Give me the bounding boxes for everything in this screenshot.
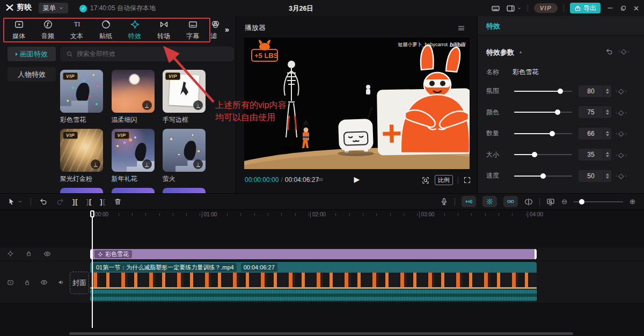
- effect-thumbnail[interactable]: ↓: [112, 70, 155, 113]
- project-title[interactable]: 3月26日: [289, 4, 313, 13]
- split-button[interactable]: ][: [72, 198, 78, 206]
- auto-preview-toggle[interactable]: [482, 196, 497, 207]
- effect-category[interactable]: 画面特效: [8, 47, 56, 61]
- player-menu-icon[interactable]: [457, 23, 465, 33]
- step-down-icon[interactable]: [606, 92, 609, 94]
- preview-axis-button[interactable]: [524, 198, 533, 206]
- close-button[interactable]: [633, 5, 640, 12]
- reset-params-icon[interactable]: [605, 47, 613, 56]
- param-keyframe-control[interactable]: ‹◇›: [616, 129, 627, 137]
- effect-card[interactable]: VIP ↓ 新年礼花: [112, 129, 155, 188]
- tab-filter[interactable]: 滤: [207, 18, 221, 42]
- menu-button[interactable]: 菜单: [39, 3, 68, 13]
- layout-switch-button[interactable]: [506, 4, 522, 13]
- effect-card[interactable]: ↓ 萤火: [163, 129, 206, 188]
- tab-effects[interactable]: 特效: [120, 18, 149, 42]
- download-icon[interactable]: ↓: [142, 100, 152, 110]
- param-stepper[interactable]: [603, 85, 611, 97]
- horizontal-scrollbar[interactable]: [69, 332, 573, 335]
- param-slider[interactable]: [514, 109, 572, 115]
- effect-card-partial[interactable]: [112, 188, 155, 193]
- split-delete-right-button[interactable]: ][: [100, 198, 106, 206]
- section-keyframe-control[interactable]: ‹◇›: [618, 47, 630, 55]
- download-icon[interactable]: ↓: [193, 100, 203, 110]
- zoom-in-button[interactable]: ⊕: [630, 198, 635, 206]
- effect-thumbnail[interactable]: ↓: [163, 129, 206, 172]
- step-up-icon[interactable]: [606, 152, 609, 154]
- param-value[interactable]: 66: [579, 128, 603, 140]
- effect-card[interactable]: VIP ↓ 聚光灯金粉: [60, 129, 103, 188]
- link-toggle[interactable]: [503, 196, 518, 207]
- fit-timeline-button[interactable]: [546, 198, 555, 206]
- tab-media[interactable]: 媒体: [4, 18, 33, 42]
- step-up-icon[interactable]: [606, 109, 609, 112]
- param-value[interactable]: 80: [579, 85, 603, 97]
- param-keyframe-control[interactable]: ‹◇›: [616, 108, 627, 116]
- video-clip[interactable]: 01第一节：为什么减脂塑形一定要练力量训练？.mp4 00:04:06:27: [90, 262, 537, 302]
- param-value[interactable]: 75: [579, 106, 603, 118]
- shortcut-keyboard-icon[interactable]: [491, 4, 500, 13]
- effect-clip[interactable]: 彩色雪花: [90, 249, 537, 259]
- tab-transition[interactable]: 转场: [149, 18, 178, 42]
- slider-thumb[interactable]: [558, 89, 563, 94]
- player-video-canvas[interactable]: 短腿小萝卜_babycarrotbilibili +5L: [244, 38, 470, 169]
- magnet-snap-toggle[interactable]: [462, 196, 476, 207]
- step-down-icon[interactable]: [606, 113, 609, 115]
- undo-button[interactable]: [39, 198, 48, 206]
- tab-effect-settings[interactable]: 特效: [486, 21, 500, 31]
- effect-card-partial[interactable]: [163, 188, 206, 193]
- section-title[interactable]: 特效参数: [486, 48, 514, 57]
- split-delete-left-button[interactable]: ][: [86, 198, 92, 206]
- effect-card[interactable]: ↓ 温柔细闪: [112, 70, 155, 129]
- download-icon[interactable]: ↓: [142, 159, 152, 169]
- effect-card-partial[interactable]: [60, 188, 103, 193]
- delete-button[interactable]: [114, 198, 122, 206]
- param-keyframe-control[interactable]: ‹◇›: [616, 87, 627, 95]
- download-icon[interactable]: ↓: [91, 159, 100, 169]
- fullscreen-icon[interactable]: [463, 176, 471, 184]
- step-up-icon[interactable]: [606, 89, 609, 91]
- step-up-icon[interactable]: [606, 173, 609, 176]
- param-slider[interactable]: [514, 151, 572, 158]
- timeline-zoom-slider[interactable]: [574, 199, 623, 205]
- minimize-button[interactable]: [606, 4, 614, 12]
- record-voiceover-button[interactable]: [440, 198, 448, 206]
- search-bar[interactable]: 搜索全部特效: [60, 47, 234, 61]
- ratio-button[interactable]: 比例: [435, 175, 453, 185]
- collapse-caret-icon[interactable]: ▴: [519, 49, 522, 54]
- export-button[interactable]: 导出: [570, 3, 601, 13]
- effect-thumbnail[interactable]: VIP ↓: [112, 129, 155, 172]
- preview-quality-icon[interactable]: ≡≡: [317, 176, 323, 182]
- download-icon[interactable]: ↓: [193, 159, 203, 169]
- param-keyframe-control[interactable]: ‹◇›: [616, 172, 627, 180]
- param-slider[interactable]: [514, 173, 572, 179]
- eye-icon[interactable]: [40, 279, 48, 286]
- play-button[interactable]: ▶: [354, 175, 360, 184]
- step-down-icon[interactable]: [606, 134, 609, 136]
- tab-audio[interactable]: 音频: [33, 18, 62, 42]
- lock-icon[interactable]: [25, 250, 32, 257]
- step-down-icon[interactable]: [606, 155, 609, 157]
- expand-tabs-icon[interactable]: »: [225, 25, 229, 34]
- vip-button[interactable]: VIP: [534, 3, 558, 13]
- effect-card[interactable]: VIP 彩色雪花: [60, 70, 103, 129]
- param-slider[interactable]: [514, 130, 572, 137]
- effect-thumbnail[interactable]: VIP ↓: [60, 129, 103, 172]
- slider-thumb[interactable]: [540, 173, 546, 179]
- cover-button[interactable]: 封面: [70, 272, 89, 294]
- param-stepper[interactable]: [603, 128, 611, 140]
- tab-sticker[interactable]: 贴纸: [91, 18, 120, 42]
- eye-icon[interactable]: [43, 250, 51, 258]
- effect-thumbnail[interactable]: VIP: [60, 70, 103, 113]
- effect-thumbnail[interactable]: VIP ↓: [163, 70, 206, 113]
- zoom-out-button[interactable]: ⊖: [561, 198, 567, 206]
- lock-icon[interactable]: [24, 279, 31, 286]
- param-stepper[interactable]: [603, 170, 611, 182]
- param-value[interactable]: 50: [579, 170, 603, 182]
- slider-thumb[interactable]: [555, 109, 560, 115]
- redo-button[interactable]: [56, 198, 64, 206]
- param-stepper[interactable]: [603, 106, 611, 118]
- maximize-button[interactable]: [620, 5, 627, 12]
- zoom-slider-thumb[interactable]: [579, 199, 584, 204]
- slider-thumb[interactable]: [532, 152, 537, 157]
